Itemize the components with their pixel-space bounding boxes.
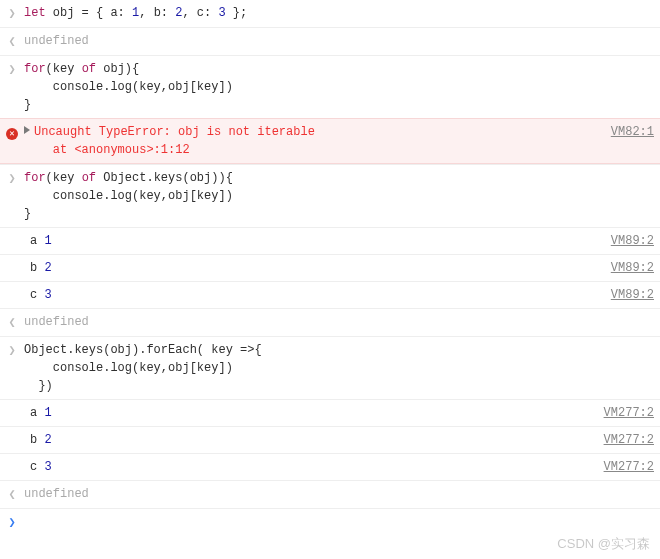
source-link[interactable]: VM89:2 bbox=[603, 259, 654, 277]
log-gutter bbox=[0, 259, 24, 260]
console-row-error: ✕Uncaught TypeError: obj is not iterable… bbox=[0, 118, 660, 164]
result-value: undefined bbox=[24, 313, 654, 331]
log-message: a 1 bbox=[24, 404, 596, 422]
console-row-log: c 3VM277:2 bbox=[0, 453, 660, 480]
input-code: Object.keys(obj).forEach( key =>{ consol… bbox=[24, 341, 654, 395]
input-marker-icon: ❯ bbox=[0, 4, 24, 23]
console-row-input: ❯for(key of Object.keys(obj)){ console.l… bbox=[0, 164, 660, 227]
log-message: b 2 bbox=[24, 259, 603, 277]
log-gutter bbox=[0, 286, 24, 287]
expand-triangle-icon[interactable] bbox=[24, 126, 30, 134]
source-link[interactable]: VM82:1 bbox=[603, 123, 654, 141]
input-marker-icon: ❯ bbox=[0, 60, 24, 79]
console-row-input: ❯let obj = { a: 1, b: 2, c: 3 }; bbox=[0, 0, 660, 27]
source-link[interactable]: VM277:2 bbox=[596, 431, 654, 449]
watermark: CSDN @实习森 bbox=[557, 535, 650, 553]
source-link[interactable]: VM89:2 bbox=[603, 286, 654, 304]
error-icon: ✕ bbox=[6, 128, 18, 140]
console-row-input: ❯for(key of obj){ console.log(key,obj[ke… bbox=[0, 55, 660, 118]
console-panel: ❯let obj = { a: 1, b: 2, c: 3 };❮undefin… bbox=[0, 0, 660, 559]
log-message: a 1 bbox=[24, 232, 603, 250]
log-message: c 3 bbox=[24, 286, 603, 304]
input-code: for(key of Object.keys(obj)){ console.lo… bbox=[24, 169, 654, 223]
result-value: undefined bbox=[24, 485, 654, 503]
console-row-prompt: ❯ bbox=[0, 508, 660, 536]
input-marker-icon: ❯ bbox=[0, 169, 24, 188]
console-output: ❯let obj = { a: 1, b: 2, c: 3 };❮undefin… bbox=[0, 0, 660, 536]
console-row-result: ❮undefined bbox=[0, 27, 660, 55]
log-gutter bbox=[0, 458, 24, 459]
console-row-result: ❮undefined bbox=[0, 480, 660, 508]
log-gutter bbox=[0, 431, 24, 432]
console-row-log: a 1VM89:2 bbox=[0, 227, 660, 254]
log-message: c 3 bbox=[24, 458, 596, 476]
input-code: let obj = { a: 1, b: 2, c: 3 }; bbox=[24, 4, 654, 22]
result-marker-icon: ❮ bbox=[0, 313, 24, 332]
console-row-log: b 2VM277:2 bbox=[0, 426, 660, 453]
error-message: Uncaught TypeError: obj is not iterable … bbox=[24, 123, 603, 159]
console-row-input: ❯Object.keys(obj).forEach( key =>{ conso… bbox=[0, 336, 660, 399]
result-value: undefined bbox=[24, 32, 654, 50]
result-marker-icon: ❮ bbox=[0, 32, 24, 51]
source-link[interactable]: VM277:2 bbox=[596, 458, 654, 476]
console-row-log: c 3VM89:2 bbox=[0, 281, 660, 308]
source-link[interactable]: VM277:2 bbox=[596, 404, 654, 422]
prompt-marker-icon: ❯ bbox=[0, 513, 24, 532]
console-row-log: b 2VM89:2 bbox=[0, 254, 660, 281]
input-code: for(key of obj){ console.log(key,obj[key… bbox=[24, 60, 654, 114]
console-row-log: a 1VM277:2 bbox=[0, 399, 660, 426]
error-gutter: ✕ bbox=[0, 123, 24, 142]
console-row-result: ❮undefined bbox=[0, 308, 660, 336]
log-message: b 2 bbox=[24, 431, 596, 449]
log-gutter bbox=[0, 232, 24, 233]
result-marker-icon: ❮ bbox=[0, 485, 24, 504]
source-link[interactable]: VM89:2 bbox=[603, 232, 654, 250]
input-marker-icon: ❯ bbox=[0, 341, 24, 360]
log-gutter bbox=[0, 404, 24, 405]
